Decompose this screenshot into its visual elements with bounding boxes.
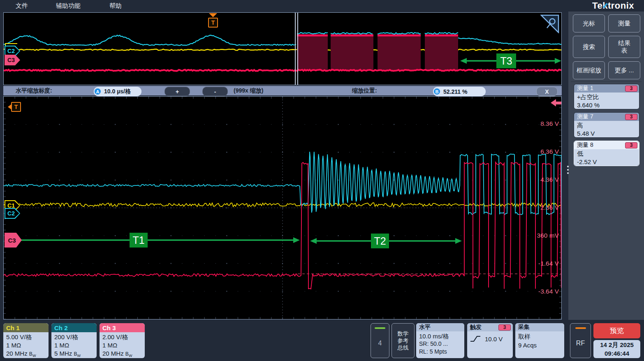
source-badge: 3: [625, 86, 637, 92]
main-channel-tag-ch3[interactable]: C3: [5, 233, 22, 248]
right-sidebar: 光标 测量 搜索 结果 表 框画缩放 更多 ... 测量 13 +占空比3.64…: [568, 12, 644, 320]
overview-trigger-marker[interactable]: T: [208, 13, 218, 31]
zoom-in-button[interactable]: +: [164, 87, 190, 96]
datetime-display: 14 2月 2025 09:46:44: [593, 340, 640, 358]
bottom-settings-bar: Ch 1 5.00 V/格 1 MΩ 20 MHz BW Ch 2 200 V/…: [0, 320, 644, 361]
trigger-left-arrow-icon: [8, 104, 11, 109]
source-badge: 3: [625, 142, 637, 148]
channel-3-badge[interactable]: Ch 3 2.00 V/格 1 MΩ 20 MHz BW: [100, 323, 145, 358]
overview-channel-tag-ch3[interactable]: C3: [5, 55, 20, 65]
tektronix-logo: Tektronix: [592, 0, 634, 11]
measurement-badge-8[interactable]: 测量 83 低-2.52 V: [574, 141, 639, 166]
overview-waveforms: [4, 13, 561, 85]
zoom-factor-text: (999x 缩放): [234, 86, 263, 95]
cursors-button[interactable]: 光标: [573, 14, 605, 32]
t2-label: T2: [371, 234, 389, 248]
t3-label: T3: [496, 53, 516, 68]
zoom-close-button[interactable]: X: [536, 87, 558, 96]
measurement-badge-7[interactable]: 测量 73 高5.48 V: [574, 112, 639, 138]
zoom-out-button[interactable]: -: [202, 87, 228, 96]
voltage-scale-label: -3.64 V: [538, 288, 559, 295]
measurement-badge-1[interactable]: 测量 13 +占空比3.640 %: [574, 84, 639, 109]
main-waveforms: 8.36 V6.36 V4.36 V2.36 V360 mV-1.64 V-3.…: [4, 97, 561, 319]
channel-2-badge[interactable]: Ch 2 200 V/格 1 MΩ 5 MHz BW: [51, 323, 97, 358]
: [458, 38, 561, 44]
zoom-control-bar: 水平缩放标度: A 10.0 µs/格 + - (999x 缩放) 缩放位置: …: [3, 86, 562, 95]
overview-ch2-trace: [4, 35, 296, 46]
more-button[interactable]: 更多 ...: [608, 61, 640, 79]
rising-edge-icon: [470, 335, 481, 343]
oscilloscope-app: 文件 辅助功能 帮助 Tektronix C2 C3 T: [0, 0, 644, 361]
math-ref-bus-button[interactable]: 数学 参考 总线: [391, 323, 415, 358]
draw-a-box-button[interactable]: 框画缩放: [573, 61, 605, 79]
preview-button[interactable]: 预览: [593, 323, 640, 338]
channel-1-badge[interactable]: Ch 1 5.00 V/格 1 MΩ 20 MHz BW: [3, 323, 49, 358]
zoom-position-label: 缩放位置:: [352, 86, 377, 95]
main-trigger-position-marker[interactable]: T: [8, 102, 22, 112]
trigger-badge[interactable]: 触发3 10.0 V: [467, 323, 513, 358]
trigger-level-marker[interactable]: [551, 99, 561, 106]
main-ch3-trace: [4, 162, 561, 289]
overview-ch3-trace: [4, 69, 561, 71]
t1-label: T1: [130, 233, 148, 248]
voltage-scale-label: 6.36 V: [540, 148, 559, 155]
source-badge: 3: [625, 114, 637, 120]
overview-ch1-trace: [4, 49, 561, 51]
zone-a-badge: A: [95, 88, 101, 95]
sidebar-drawer-handle[interactable]: [565, 163, 571, 177]
zoom-scale-label: 水平缩放标度:: [16, 86, 52, 95]
menu-bar: 文件 辅助功能 帮助 Tektronix: [0, 0, 644, 12]
zoom-overview-icon[interactable]: [540, 14, 559, 35]
voltage-scale-label: 4.36 V: [540, 176, 559, 183]
horizontal-badge[interactable]: 水平 10.0 ms/格 SR: 50.0 ... RL: 5 Mpts: [416, 323, 464, 358]
measure-button[interactable]: 测量: [608, 14, 640, 32]
trigger-triangle-icon: [209, 13, 217, 17]
overview-panel: C2 C3 T T3: [3, 12, 562, 85]
: [331, 32, 373, 34]
main-graticule: 8.36 V6.36 V4.36 V2.36 V360 mV-1.64 V-3.…: [3, 96, 562, 319]
menu-help[interactable]: 帮助: [109, 2, 122, 10]
acquisition-badge[interactable]: 采集 取样 9 Acqs: [515, 323, 564, 358]
voltage-scale-label: 8.36 V: [540, 120, 559, 127]
sidebar-divider: [571, 81, 642, 82]
menu-file[interactable]: 文件: [16, 2, 28, 10]
search-button[interactable]: 搜索: [573, 36, 605, 58]
trigger-source-badge: 3: [498, 324, 511, 331]
: [297, 32, 328, 34]
channel-4-button[interactable]: 4: [371, 323, 389, 358]
: [378, 32, 421, 34]
rf-button[interactable]: RF: [570, 323, 591, 358]
results-table-button[interactable]: 结果 表: [608, 36, 640, 58]
voltage-scale-label: 2.36 V: [540, 204, 559, 211]
zoom-position-value[interactable]: B 52.211 %: [433, 87, 486, 96]
menu-utility[interactable]: 辅助功能: [56, 2, 81, 10]
zoom-scale-value[interactable]: A 10.0 µs/格: [94, 87, 141, 96]
: [425, 32, 458, 34]
voltage-scale-label: -1.64 V: [538, 260, 559, 267]
zone-b-badge: B: [434, 88, 440, 95]
voltage-scale-label: 360 mV: [537, 232, 559, 239]
main-channel-tag-ch2[interactable]: C2: [5, 208, 20, 219]
